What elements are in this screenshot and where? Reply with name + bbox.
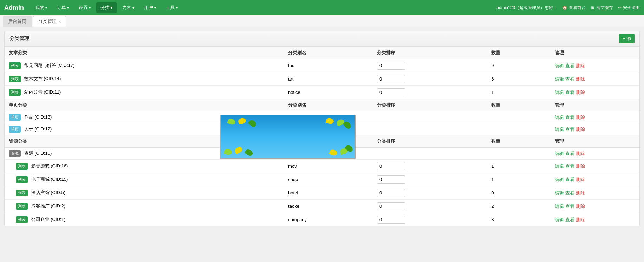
nav-item-user[interactable]: 用户 ▾ bbox=[140, 2, 160, 13]
category-name: 作品 (CID:13) bbox=[24, 114, 52, 120]
badge-list: 列表 bbox=[16, 163, 28, 170]
action-links: 编辑 查看 删除 bbox=[555, 203, 635, 210]
delete-link[interactable]: 删除 bbox=[576, 76, 585, 82]
alias-value: company bbox=[288, 217, 307, 222]
add-category-button[interactable]: + 添 bbox=[619, 34, 635, 43]
rank-input[interactable] bbox=[377, 162, 405, 170]
chevron-down-icon: ▾ bbox=[176, 6, 178, 10]
category-name: 淘客推广 (CID:2) bbox=[31, 203, 66, 209]
chevron-down-icon: ▾ bbox=[154, 6, 156, 10]
view-link[interactable]: 查看 bbox=[565, 190, 574, 196]
view-link[interactable]: 查看 bbox=[565, 151, 574, 157]
delete-link[interactable]: 删除 bbox=[576, 190, 585, 196]
brand-logo: Admin bbox=[4, 4, 24, 12]
action-links: 编辑 查看 删除 bbox=[555, 151, 635, 157]
safe-exit-link[interactable]: ↩ 安全退出 bbox=[618, 5, 640, 11]
category-name: 常见问题与解答 (CID:17) bbox=[24, 63, 75, 68]
leaf-decoration bbox=[325, 117, 334, 124]
action-links: 编辑 查看 删除 bbox=[555, 76, 635, 82]
chevron-down-icon: ▾ bbox=[45, 6, 47, 10]
main-content: 分类管理 + 添 文章分类 分类别名 分类排序 数量 管理 列表 常见问题与解答… bbox=[0, 27, 644, 234]
tab-category[interactable]: 分类管理 × bbox=[33, 16, 66, 27]
view-link[interactable]: 查看 bbox=[565, 76, 574, 82]
view-link[interactable]: 查看 bbox=[565, 114, 574, 121]
nav-item-mine[interactable]: 我的 ▾ bbox=[31, 2, 51, 13]
edit-link[interactable]: 编辑 bbox=[555, 76, 564, 82]
nav-item-content[interactable]: 内容 ▾ bbox=[118, 2, 138, 13]
edit-link[interactable]: 编辑 bbox=[555, 217, 564, 223]
rank-input[interactable] bbox=[377, 175, 405, 184]
count-value: 1 bbox=[491, 164, 494, 169]
edit-link[interactable]: 编辑 bbox=[555, 177, 564, 183]
delete-link[interactable]: 删除 bbox=[576, 163, 585, 170]
edit-link[interactable]: 编辑 bbox=[555, 126, 564, 133]
alias-value: hotel bbox=[288, 190, 298, 196]
nav-item-settings[interactable]: 设置 ▾ bbox=[74, 2, 95, 13]
leaf-decoration bbox=[224, 148, 232, 155]
action-links: 编辑 查看 删除 bbox=[555, 114, 635, 121]
edit-link[interactable]: 编辑 bbox=[555, 89, 564, 96]
leaf-decoration bbox=[248, 119, 257, 128]
edit-link[interactable]: 编辑 bbox=[555, 163, 564, 170]
delete-link[interactable]: 删除 bbox=[576, 151, 585, 157]
manage-header-3: 管理 bbox=[551, 135, 639, 148]
delete-link[interactable]: 删除 bbox=[576, 177, 585, 183]
rank-input[interactable] bbox=[377, 216, 405, 224]
count-header-2: 数量 bbox=[487, 99, 551, 111]
table-row: 列表 站内公告 (CID:11) notice 1 编辑 查看 删除 bbox=[5, 86, 639, 99]
view-link[interactable]: 查看 bbox=[565, 63, 574, 69]
delete-link[interactable]: 删除 bbox=[576, 217, 585, 223]
edit-link[interactable]: 编辑 bbox=[555, 190, 564, 196]
alias-value: art bbox=[288, 76, 293, 82]
rank-input[interactable] bbox=[377, 202, 405, 210]
view-link[interactable]: 查看 bbox=[565, 89, 574, 96]
leaf-decoration bbox=[238, 117, 246, 124]
delete-link[interactable]: 删除 bbox=[576, 114, 585, 121]
view-link[interactable]: 查看 bbox=[565, 217, 574, 223]
count-value: 2 bbox=[491, 204, 494, 209]
single-group-label: 单页分类 bbox=[5, 99, 284, 111]
clear-cache-link[interactable]: 🗑 清空缓存 bbox=[591, 5, 613, 11]
nav-item-order[interactable]: 订单 ▾ bbox=[53, 2, 73, 13]
category-name: 公司企业 (CID:1) bbox=[31, 217, 66, 222]
rank-input[interactable] bbox=[377, 189, 405, 197]
alias-value: notice bbox=[288, 90, 300, 95]
view-front-link[interactable]: 🏠 查看前台 bbox=[562, 5, 586, 11]
badge-source: 资源 bbox=[9, 150, 21, 157]
badge-list: 列表 bbox=[9, 76, 21, 82]
rank-input[interactable] bbox=[377, 62, 405, 70]
rank-header-3: 分类排序 bbox=[373, 135, 487, 148]
delete-link[interactable]: 删除 bbox=[576, 89, 585, 96]
view-link[interactable]: 查看 bbox=[565, 203, 574, 210]
view-link[interactable]: 查看 bbox=[565, 126, 574, 133]
badge-list: 列表 bbox=[16, 216, 28, 223]
tab-home[interactable]: 后台首页 bbox=[3, 16, 32, 27]
article-group-label: 文章分类 bbox=[5, 47, 284, 59]
table-row: 列表 公司企业 (CID:1) company 3 编辑 查看 删除 bbox=[5, 213, 639, 226]
manage-header-2: 管理 bbox=[551, 99, 639, 111]
count-value: 0 bbox=[491, 190, 494, 196]
manage-header-1: 管理 bbox=[551, 47, 639, 59]
edit-link[interactable]: 编辑 bbox=[555, 151, 564, 157]
delete-link[interactable]: 删除 bbox=[576, 63, 585, 69]
edit-link[interactable]: 编辑 bbox=[555, 203, 564, 210]
close-icon[interactable]: × bbox=[59, 19, 61, 24]
user-greeting: admin123（超级管理员）您好！ bbox=[496, 5, 557, 11]
delete-link[interactable]: 删除 bbox=[576, 126, 585, 133]
rank-input[interactable] bbox=[377, 75, 405, 83]
edit-link[interactable]: 编辑 bbox=[555, 114, 564, 121]
action-links: 编辑 查看 删除 bbox=[555, 217, 635, 223]
rank-input[interactable] bbox=[377, 88, 405, 96]
chevron-down-icon: ▾ bbox=[89, 6, 91, 10]
view-link[interactable]: 查看 bbox=[565, 177, 574, 183]
delete-link[interactable]: 删除 bbox=[576, 203, 585, 210]
nav-item-category[interactable]: 分类 ▾ bbox=[96, 2, 117, 13]
home-icon: 🏠 bbox=[562, 5, 567, 10]
category-name: 站内公告 (CID:11) bbox=[24, 89, 61, 95]
edit-link[interactable]: 编辑 bbox=[555, 63, 564, 69]
count-value: 3 bbox=[491, 217, 494, 222]
category-name: 酒店宾馆 (CID:5) bbox=[31, 190, 66, 195]
chevron-down-icon: ▾ bbox=[132, 6, 134, 10]
view-link[interactable]: 查看 bbox=[565, 163, 574, 170]
nav-item-tools[interactable]: 工具 ▾ bbox=[162, 2, 182, 13]
